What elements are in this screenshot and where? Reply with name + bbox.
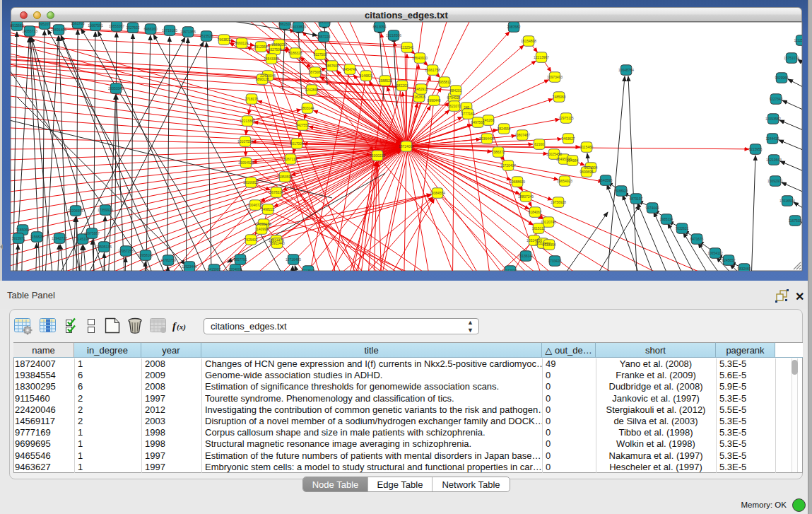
svg-text:16961758: 16961758: [425, 69, 440, 72]
svg-text:8678334: 8678334: [269, 191, 283, 194]
svg-text:20364436: 20364436: [479, 137, 495, 141]
svg-text:9242848: 9242848: [305, 88, 318, 92]
svg-text:3824554: 3824554: [497, 127, 510, 131]
svg-text:11353594: 11353594: [277, 175, 293, 179]
svg-text:9245652: 9245652: [722, 259, 735, 262]
svg-text:10025458: 10025458: [546, 153, 562, 156]
svg-text:9832469: 9832469: [737, 267, 751, 271]
svg-text:582203: 582203: [396, 84, 408, 88]
svg-text:2087682: 2087682: [507, 25, 520, 29]
svg-text:19384554: 19384554: [430, 192, 445, 195]
svg-text:10107554: 10107554: [237, 140, 253, 144]
svg-text:9474444: 9474444: [645, 206, 659, 210]
svg-text:1640595: 1640595: [599, 179, 612, 182]
svg-text:15751074: 15751074: [784, 57, 799, 60]
svg-text:14099489: 14099489: [256, 223, 271, 226]
svg-text:15300235: 15300235: [370, 154, 385, 158]
svg-text:6879197: 6879197: [629, 197, 642, 201]
svg-text:15226058: 15226058: [271, 43, 287, 47]
svg-text:19218506: 19218506: [386, 34, 401, 37]
svg-text:1588520: 1588520: [378, 79, 392, 83]
svg-text:19166827: 19166827: [243, 181, 259, 185]
svg-text:15720407: 15720407: [500, 164, 516, 168]
svg-text:3915971: 3915971: [11, 237, 25, 240]
svg-text:15136141: 15136141: [518, 255, 534, 258]
svg-text:12093582: 12093582: [765, 117, 781, 121]
svg-text:17016504: 17016504: [779, 199, 795, 203]
svg-text:7632621: 7632621: [675, 227, 688, 230]
svg-text:3498222: 3498222: [261, 208, 274, 211]
svg-text:10654112: 10654112: [707, 252, 723, 255]
svg-text:2867608: 2867608: [325, 64, 339, 68]
svg-text:10688609: 10688609: [510, 180, 525, 184]
svg-text:13505135: 13505135: [96, 245, 112, 249]
svg-text:9227342: 9227342: [769, 98, 782, 101]
svg-text:9115460: 9115460: [580, 146, 594, 149]
svg-text:15692971: 15692971: [767, 180, 783, 183]
svg-text:6466160: 6466160: [143, 28, 157, 31]
svg-text:17359924: 17359924: [98, 209, 113, 212]
svg-text:1482915: 1482915: [414, 88, 428, 91]
svg-text:16648784: 16648784: [618, 69, 634, 72]
svg-text:9857791: 9857791: [233, 258, 247, 262]
svg-text:19654923: 19654923: [557, 180, 572, 183]
svg-text:62160: 62160: [534, 143, 544, 146]
svg-text:245: 245: [464, 106, 469, 110]
svg-text:10120746: 10120746: [541, 221, 556, 224]
svg-text:19756928: 19756928: [551, 201, 566, 204]
svg-text:9621904: 9621904: [584, 166, 597, 170]
svg-text:995207: 995207: [39, 23, 51, 26]
svg-text:8813054: 8813054: [372, 25, 386, 29]
svg-text:10973493: 10973493: [547, 76, 563, 79]
svg-text:1733426: 1733426: [548, 259, 561, 263]
svg-text:16210643: 16210643: [766, 158, 782, 162]
svg-text:2935114: 2935114: [660, 218, 673, 221]
svg-text:15716485: 15716485: [286, 258, 301, 262]
svg-text:9327508: 9327508: [313, 53, 326, 57]
svg-text:2522354: 2522354: [542, 243, 555, 247]
svg-text:9329966: 9329966: [775, 76, 788, 80]
svg-text:8215955: 8215955: [748, 148, 762, 151]
svg-text:8267110: 8267110: [284, 158, 298, 161]
svg-text:8454749: 8454749: [343, 68, 356, 71]
svg-text:1561703: 1561703: [71, 22, 84, 25]
svg-text:7955812: 7955812: [437, 81, 451, 84]
svg-text:9862324: 9862324: [278, 23, 291, 26]
svg-text:1140993: 1140993: [255, 228, 269, 231]
svg-text:1615112: 1615112: [532, 227, 546, 230]
svg-text:8990448: 8990448: [427, 99, 440, 103]
svg-text:10975887: 10975887: [84, 232, 100, 235]
svg-text:7625402: 7625402: [244, 238, 257, 242]
svg-text:7485063: 7485063: [552, 95, 565, 99]
svg-text:1167533: 1167533: [789, 219, 802, 223]
svg-text:9146821: 9146821: [359, 74, 372, 78]
svg-text:8912954: 8912954: [254, 45, 267, 49]
svg-text:1244415: 1244415: [765, 137, 779, 141]
svg-text:8186328: 8186328: [288, 52, 302, 55]
svg-text:16782759: 16782759: [160, 259, 176, 262]
svg-text:8915683: 8915683: [10, 24, 23, 28]
svg-text:11125997: 11125997: [794, 39, 808, 42]
svg-text:2803144: 2803144: [300, 107, 314, 110]
svg-text:10046726: 10046726: [247, 204, 263, 207]
svg-text:1621072: 1621072: [447, 105, 461, 108]
svg-text:9777169: 9777169: [461, 112, 474, 116]
svg-text:9890128: 9890128: [255, 78, 269, 81]
svg-text:1156829: 1156829: [30, 235, 44, 239]
svg-text:7185061: 7185061: [16, 228, 29, 232]
svg-text:19054925: 19054925: [238, 161, 254, 165]
svg-text:10958107: 10958107: [138, 254, 153, 257]
svg-text:17957255: 17957255: [118, 250, 134, 253]
svg-text:9327506: 9327506: [268, 48, 281, 52]
svg-text:18724007: 18724007: [399, 145, 414, 148]
svg-text:7515526: 7515526: [199, 35, 213, 38]
svg-text:10671355: 10671355: [180, 30, 196, 34]
svg-text:7386372: 7386372: [491, 151, 505, 154]
svg-text:(x): (x): [177, 322, 186, 332]
svg-text:16154808: 16154808: [521, 40, 536, 43]
svg-text:20206555: 20206555: [68, 209, 83, 213]
svg-text:11667591: 11667591: [88, 24, 103, 28]
svg-text:7663822: 7663822: [217, 38, 230, 42]
svg-text:16033809: 16033809: [290, 25, 306, 29]
svg-text:11923446: 11923446: [182, 265, 197, 269]
